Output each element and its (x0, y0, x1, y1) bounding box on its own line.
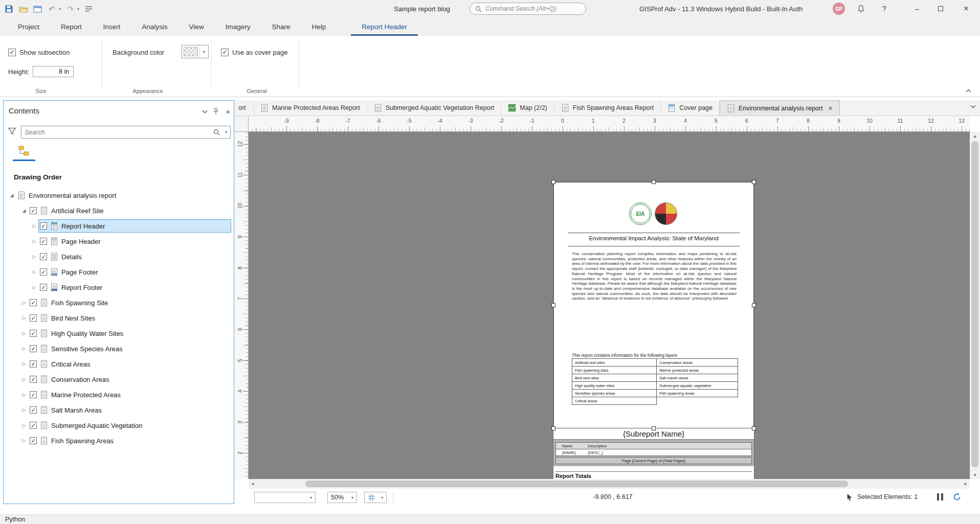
filter-icon[interactable] (8, 127, 16, 135)
visibility-checkbox[interactable]: ✓ (30, 314, 37, 322)
tree-item-body[interactable]: ✓Salt Marsh Areas (28, 403, 231, 417)
tree-item-body[interactable]: ✓Artificial Reef Site (28, 204, 231, 217)
height-input[interactable] (33, 66, 74, 77)
expander-icon[interactable]: ▷ (30, 239, 38, 244)
selection-handle[interactable] (652, 180, 656, 184)
document-tab-fish-spawning-areas-report[interactable]: Fish Spawning Areas Report (554, 100, 661, 116)
ribbon-tab-insert[interactable]: Insert (93, 17, 131, 36)
search-icon[interactable] (213, 129, 220, 135)
tree-item-body[interactable]: ✓High Quality Water Sites (28, 327, 231, 340)
scroll-left-icon[interactable]: ◄ (249, 479, 257, 489)
python-status-label[interactable]: Python (5, 516, 25, 523)
tree-item-sensitive-species-areas[interactable]: ▷✓Sensitive Species Areas (4, 341, 234, 356)
chevron-down-icon[interactable]: ▾ (310, 495, 312, 500)
expander-icon[interactable]: ▷ (20, 438, 28, 443)
tree-item-report-footer[interactable]: ▷✓Report Footer (4, 280, 234, 295)
expander-icon[interactable]: ▷ (30, 269, 38, 275)
selection-handle[interactable] (752, 426, 756, 430)
notifications-bell-icon[interactable] (853, 0, 868, 17)
expander-icon[interactable]: ▷ (30, 285, 38, 290)
pin-panel-icon[interactable] (211, 107, 220, 116)
visibility-checkbox[interactable]: ✓ (30, 437, 37, 444)
tree-item-conservation-areas[interactable]: ▷✓Conservation Areas (4, 372, 234, 387)
expander-icon[interactable]: ▷ (20, 423, 28, 428)
tree-item-artificial-reef-site[interactable]: ◢✓Artificial Reef Site (4, 203, 234, 218)
pause-drawing-button[interactable] (937, 493, 943, 500)
tree-item-critical-areas[interactable]: ▷✓Critical Areas (4, 356, 234, 372)
tree-item-body[interactable]: ✓Page Footer (38, 265, 231, 279)
ribbon-tab-report[interactable]: Report (50, 17, 93, 36)
tree-item-page-footer[interactable]: ▷✓Page Footer (4, 264, 234, 280)
background-color-picker[interactable]: ▾ (182, 45, 209, 58)
expander-icon[interactable]: ▷ (20, 361, 28, 367)
tree-item-body[interactable]: ✓Bird Nest Sites (28, 311, 231, 325)
visibility-checkbox[interactable]: ✓ (30, 299, 37, 306)
visibility-checkbox[interactable]: ✓ (30, 391, 37, 398)
collapse-ribbon-icon[interactable] (964, 87, 973, 94)
tree-item-fish-spawning-site[interactable]: ▷✓Fish Spawning Site (4, 295, 234, 310)
undo-icon[interactable]: ↶ (47, 4, 57, 14)
tree-item-body[interactable]: ✓Critical Areas (28, 357, 231, 371)
use-as-cover-checkbox[interactable]: ✓ (221, 49, 229, 56)
tree-item-marine-protected-areas[interactable]: ▷✓Marine Protected Areas (4, 387, 234, 402)
ribbon-tab-help[interactable]: Help (301, 17, 337, 36)
tree-item-environmental-analysis-report[interactable]: ◢Environmental analysis report (4, 188, 234, 203)
visibility-checkbox[interactable]: ✓ (30, 422, 37, 429)
tree-item-body[interactable]: ✓Sensitive Species Areas (28, 342, 231, 355)
expander-icon[interactable]: ◢ (20, 208, 28, 213)
ribbon-tab-report-header[interactable]: Report Header (351, 17, 418, 36)
tree-item-body[interactable]: ✓Submerged Aquatic Vegetation (28, 419, 231, 432)
horizontal-scrollbar-thumb[interactable] (305, 481, 848, 487)
expander-icon[interactable]: ▷ (20, 331, 28, 336)
scroll-up-icon[interactable]: ▲ (970, 132, 980, 140)
visibility-checkbox[interactable]: ✓ (30, 376, 37, 383)
tree-item-details[interactable]: ▷✓Details (4, 249, 234, 264)
expander-icon[interactable]: ▷ (20, 377, 28, 382)
expander-icon[interactable]: ▷ (20, 300, 28, 305)
redo-dropdown-icon[interactable]: ▾ (77, 7, 79, 11)
minimize-button[interactable]: – (905, 0, 929, 17)
vertical-scrollbar[interactable]: ▲ ▼ (970, 132, 980, 479)
tree-item-body[interactable]: ✓Details (38, 250, 231, 263)
contents-search-input[interactable]: Search ▾ (21, 126, 231, 139)
vertical-scrollbar-thumb[interactable] (971, 141, 978, 467)
selection-handle[interactable] (551, 303, 555, 307)
layout-canvas[interactable]: EIA Environmental Impact Analysis: State… (249, 132, 970, 479)
selection-handle[interactable] (752, 303, 756, 307)
expander-icon[interactable]: ▷ (20, 392, 28, 397)
document-tab-cover-page[interactable]: Cover page (661, 100, 720, 116)
tree-item-high-quality-water-sites[interactable]: ▷✓High Quality Water Sites (4, 326, 234, 341)
scroll-down-icon[interactable]: ▼ (970, 471, 980, 479)
ribbon-tab-analysis[interactable]: Analysis (131, 17, 178, 36)
search-dropdown-icon[interactable]: ▾ (225, 130, 227, 134)
panel-menu-chevron-icon[interactable] (200, 107, 209, 116)
expander-icon[interactable]: ◢ (8, 193, 16, 198)
selection-handle[interactable] (652, 426, 656, 430)
selection-handle[interactable] (551, 180, 555, 184)
undo-dropdown-icon[interactable]: ▾ (59, 7, 61, 11)
list-by-drawing-order-button[interactable] (14, 144, 34, 159)
use-as-cover-option[interactable]: ✓ Use as cover page (221, 46, 287, 58)
document-tab-environmental-analysis-report[interactable]: Environmental analysis report× (720, 100, 840, 116)
visibility-checkbox[interactable]: ✓ (40, 253, 47, 260)
show-subsection-checkbox[interactable]: ✓ (8, 49, 16, 56)
tree-item-body[interactable]: ✓Fish Spawning Areas (28, 434, 231, 447)
chevron-down-icon[interactable]: ▾ (351, 495, 353, 500)
expander-icon[interactable]: ▷ (20, 315, 28, 321)
scroll-right-icon[interactable]: ► (962, 479, 970, 489)
expander-icon[interactable]: ▷ (30, 223, 38, 229)
visibility-checkbox[interactable]: ✓ (30, 345, 37, 352)
new-project-icon[interactable] (33, 4, 42, 14)
user-avatar[interactable]: GP (833, 3, 845, 15)
tree-item-body[interactable]: ✓Report Footer (38, 281, 231, 294)
selection-handle[interactable] (551, 426, 555, 430)
expander-icon[interactable]: ▷ (20, 407, 28, 413)
visibility-checkbox[interactable]: ✓ (30, 207, 37, 214)
report-page[interactable]: EIA Environmental Impact Analysis: State… (553, 182, 754, 479)
scale-combobox[interactable]: ▾ (254, 492, 316, 503)
visibility-checkbox[interactable]: ✓ (40, 284, 47, 291)
document-tab-marine-protected-areas-report[interactable]: Marine Protected Areas Report (254, 100, 367, 116)
visibility-checkbox[interactable]: ✓ (30, 406, 37, 414)
close-tab-icon[interactable]: × (829, 104, 833, 112)
expander-icon[interactable]: ▷ (30, 254, 38, 259)
